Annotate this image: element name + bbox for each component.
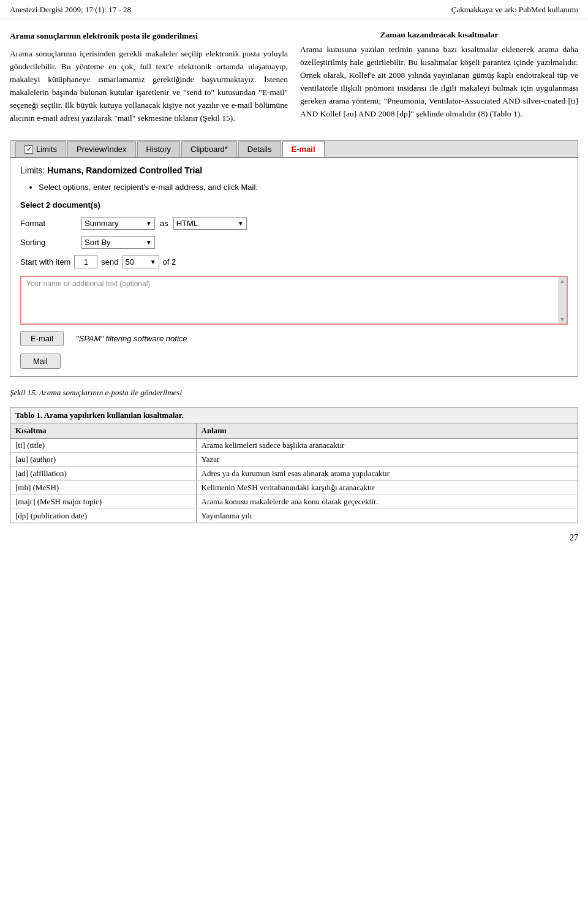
of-label: of 2 [163,257,176,267]
right-column: Zaman kazandıracak kısaltmalar Arama kut… [300,30,578,129]
meaning-cell: Arama konusu makalelerde ana konu olarak… [196,495,578,509]
meaning-cell: Kelimenin MeSH veritabanındaki karşılığı… [196,481,578,495]
send-label: send [101,257,118,267]
tab-details-label: Details [247,145,272,154]
html-select-arrow[interactable]: ▼ [238,220,244,227]
screenshot-area: ✓ Limits Preview/Index History Clipboard… [10,140,578,377]
table-title: Tablo 1. Arama yapılırken kullanılan kıs… [10,408,578,423]
meaning-cell: Arama kelimeleri sadece başlıkta aranaca… [196,439,578,453]
tab-preview[interactable]: Preview/Index [67,141,136,157]
col-header-abbreviation: Kısaltma [10,423,196,439]
sorting-row: Sorting Sort By ▼ [20,236,568,249]
send-select[interactable]: 50 ▼ [123,256,159,268]
table-row: [ti] (title)Arama kelimeleri sadece başl… [10,439,578,453]
sorting-label: Sorting [20,238,81,247]
table-header-row: Kısaltma Anlamı [10,423,578,439]
limits-prefix: Limits: [20,165,45,175]
col-header-meaning: Anlamı [196,423,578,439]
page-header: Anestezi Dergisi 2009; 17 (1): 17 - 28 Ç… [0,0,588,20]
abbreviation-table: Kısaltma Anlamı [ti] (title)Arama kelime… [10,423,578,523]
html-select-value: HTML [176,219,235,228]
format-select[interactable]: Summary ▼ [81,217,155,230]
scroll-up-arrow[interactable]: ▲ [560,278,565,284]
email-row: E-mail "SPAM" filtering software notice [20,331,568,346]
table-row: [ad] (affiliation)Adres ya da kurumun is… [10,467,578,481]
left-paragraph: Arama sonuçlarının içerisinden gerekli m… [10,48,288,125]
sorting-select-value: Sort By [85,238,143,247]
left-column: Arama sonuçlarının elektronik posta ile … [10,30,288,129]
mail-button-row: Mail [20,354,568,369]
two-column-section: Arama sonuçlarının elektronik posta ile … [0,20,588,134]
meaning-cell: Yazar [196,453,578,467]
instruction-list: Select options, enter recipient's e-mail… [20,183,568,192]
limits-checkbox[interactable]: ✓ [24,145,33,154]
tab-preview-label: Preview/Index [77,145,127,154]
table-row: [au] (author)Yazar [10,453,578,467]
tab-details[interactable]: Details [238,141,281,157]
table-row: [dp] (publication date)Yayınlanma yılı [10,509,578,523]
tab-history[interactable]: History [137,141,180,157]
tab-email-label: E-mail [292,145,315,154]
abbreviation-cell: [ti] (title) [10,439,196,453]
email-button[interactable]: E-mail [20,331,64,346]
tab-limits[interactable]: ✓ Limits [15,141,66,157]
right-section-title: Zaman kazandıracak kısaltmalar [300,30,578,40]
format-label: Format [20,219,81,228]
as-label: as [160,219,168,228]
sorting-select-arrow[interactable]: ▼ [146,239,152,246]
send-select-value: 50 [126,257,148,267]
abbreviation-table-section: Tablo 1. Arama yapılırken kullanılan kıs… [10,407,578,523]
scrollbar[interactable]: ▲ ▼ [558,277,567,324]
spam-notice: "SPAM" filtering software notice [76,334,187,343]
start-label: Start with item [20,257,70,267]
format-select-value: Summary [85,219,143,228]
email-form-area: Limits: Humans, Randomized Controlled Tr… [10,158,578,376]
optional-placeholder: Your name or additional text (optional) [26,279,150,288]
optional-text-area[interactable]: Your name or additional text (optional) … [20,276,568,325]
table-row: [majr] (MeSH major topic)Arama konusu ma… [10,495,578,509]
meaning-cell: Yayınlanma yılı [196,509,578,523]
format-select-arrow[interactable]: ▼ [146,220,152,227]
right-paragraph: Arama kutusuna yazılan terimin yanına ba… [300,44,578,121]
format-row: Format Summary ▼ as HTML ▼ [20,217,568,230]
tab-email[interactable]: E-mail [282,141,325,157]
meaning-cell: Adres ya da kurumun ismi esas alınarak a… [196,467,578,481]
scroll-down-arrow[interactable]: ▼ [560,316,565,322]
sorting-select[interactable]: Sort By ▼ [81,236,155,249]
limits-line: Limits: Humans, Randomized Controlled Tr… [20,165,568,175]
page-number: 27 [0,528,588,548]
mail-button[interactable]: Mail [20,354,61,369]
figure-caption: Şekil 15. Arama sonuçlarının e-posta ile… [0,383,588,403]
table-body: [ti] (title)Arama kelimeleri sadece başl… [10,439,578,523]
html-select[interactable]: HTML ▼ [173,217,247,230]
abbreviation-cell: [majr] (MeSH major topic) [10,495,196,509]
tab-history-label: History [146,145,171,154]
tab-clipboard[interactable]: Clipboard* [181,141,237,157]
table-row: [mh] (MeSH)Kelimenin MeSH veritabanındak… [10,481,578,495]
journal-info: Anestezi Dergisi 2009; 17 (1): 17 - 28 [10,5,131,15]
start-input[interactable] [74,255,97,268]
abbreviation-cell: [ad] (affiliation) [10,467,196,481]
send-select-arrow[interactable]: ▼ [150,259,156,265]
tab-limits-label: Limits [36,145,57,154]
abbreviation-cell: [mh] (MeSH) [10,481,196,495]
abbreviation-cell: [dp] (publication date) [10,509,196,523]
author-info: Çakmakkaya ve ark: PubMed kullanımı [451,5,578,15]
instruction-item: Select options, enter recipient's e-mail… [39,183,568,192]
start-row: Start with item send 50 ▼ of 2 [20,255,568,268]
tab-clipboard-label: Clipboard* [190,145,228,154]
left-heading: Arama sonuçlarının elektronik posta ile … [10,30,288,43]
select-docs-line: Select 2 document(s) [20,200,568,210]
limits-value: Humans, Randomized Controlled Trial [47,165,202,175]
abbreviation-cell: [au] (author) [10,453,196,467]
tabs-bar: ✓ Limits Preview/Index History Clipboard… [10,141,578,158]
